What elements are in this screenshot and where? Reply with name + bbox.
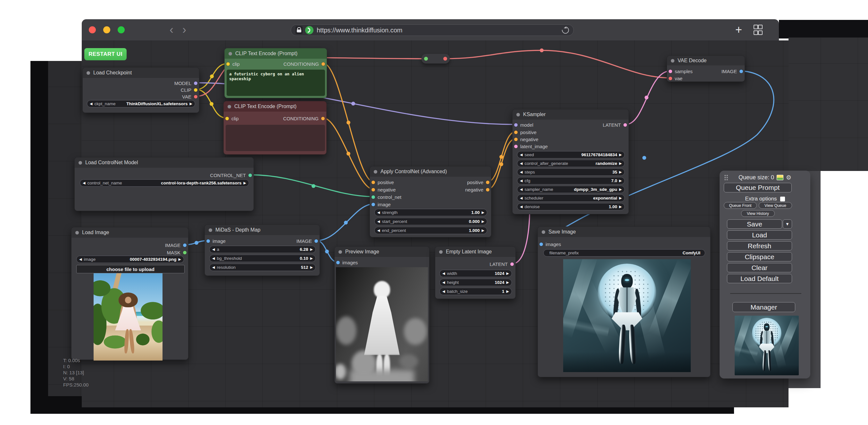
next-arrow-icon[interactable] <box>482 220 484 223</box>
output-slot-latent[interactable]: LATENT <box>603 121 627 128</box>
prev-arrow-icon[interactable] <box>377 211 380 214</box>
prev-arrow-icon[interactable] <box>442 272 445 275</box>
sampler-name-widget[interactable]: sampler_name dpmpp_3m_sde_gpu <box>517 186 625 193</box>
queue-front-button[interactable]: Queue Front <box>724 202 757 209</box>
node-load-controlnet-model[interactable]: Load ControlNet Model CONTROL_NET contro… <box>74 157 254 211</box>
node-load-checkpoint[interactable]: Load Checkpoint MODEL CLIP VAE ckpt_name… <box>82 67 199 113</box>
gear-icon[interactable]: ⚙ <box>786 174 792 180</box>
next-arrow-icon[interactable] <box>482 211 484 214</box>
prev-arrow-icon[interactable] <box>377 229 380 232</box>
next-arrow-icon[interactable] <box>619 153 622 157</box>
prev-arrow-icon[interactable] <box>79 258 82 261</box>
next-arrow-icon[interactable] <box>310 257 313 260</box>
output-slot-mask[interactable]: MASK <box>167 249 187 256</box>
reroute-input-dot[interactable] <box>424 57 428 61</box>
forward-icon[interactable]: › <box>182 24 186 36</box>
batch-size-widget[interactable]: batch_size 1 <box>439 288 512 295</box>
load-default-button[interactable]: Load Default <box>727 274 792 283</box>
next-arrow-icon[interactable] <box>619 179 622 182</box>
input-slot-latent-image[interactable]: latent_image <box>514 143 548 150</box>
prev-arrow-icon[interactable] <box>520 188 523 191</box>
output-slot-clip[interactable]: CLIP <box>181 86 197 93</box>
new-tab-icon[interactable]: + <box>735 24 742 36</box>
prev-arrow-icon[interactable] <box>442 290 445 293</box>
node-vae-decode[interactable]: VAE Decode samples vae IMAGE <box>667 56 745 82</box>
collapse-dot-icon[interactable] <box>87 71 90 75</box>
input-slot-vae[interactable]: vae <box>669 75 682 82</box>
input-slot-positive[interactable]: positive <box>514 129 536 136</box>
start-percent-widget[interactable]: start_percent 0.000 <box>374 218 487 225</box>
next-arrow-icon[interactable] <box>506 272 509 275</box>
load-button[interactable]: Load <box>727 230 792 239</box>
width-widget[interactable]: width 1024 <box>439 270 512 277</box>
minimize-window-icon[interactable] <box>103 26 110 33</box>
strength-widget[interactable]: strength 1.00 <box>374 209 487 216</box>
view-queue-button[interactable]: View Queue <box>759 202 792 209</box>
collapse-dot-icon[interactable] <box>516 113 520 116</box>
output-slot-control-net[interactable]: CONTROL_NET <box>210 172 252 179</box>
next-arrow-icon[interactable] <box>310 248 313 251</box>
control-after-generate-widget[interactable]: control_after_generate randomize <box>517 160 625 167</box>
collapse-dot-icon[interactable] <box>75 231 79 234</box>
end-percent-widget[interactable]: end_percent 1.000 <box>374 227 487 234</box>
refresh-button[interactable]: Refresh <box>727 241 792 251</box>
input-slot-clip[interactable]: clip <box>225 115 239 122</box>
collapse-dot-icon[interactable] <box>374 170 377 173</box>
prev-arrow-icon[interactable] <box>520 196 523 200</box>
reroute-node[interactable] <box>422 54 450 63</box>
clipspace-button[interactable]: Clipspace <box>727 252 792 261</box>
next-arrow-icon[interactable] <box>506 290 509 293</box>
input-slot-clip[interactable]: clip <box>226 60 240 67</box>
next-arrow-icon[interactable] <box>619 205 622 208</box>
next-arrow-icon[interactable] <box>619 196 622 200</box>
save-button[interactable]: Save <box>727 219 782 229</box>
manager-button[interactable]: Manager <box>733 302 795 312</box>
output-slot-image[interactable]: IMAGE <box>165 242 187 249</box>
prev-arrow-icon[interactable] <box>377 220 380 223</box>
next-arrow-icon[interactable] <box>619 162 622 165</box>
next-arrow-icon[interactable] <box>619 188 622 191</box>
prev-arrow-icon[interactable] <box>520 170 523 174</box>
input-slot-images[interactable]: images <box>539 240 561 248</box>
output-slot-model[interactable]: MODEL <box>174 80 197 87</box>
collapse-dot-icon[interactable] <box>439 250 443 254</box>
prev-arrow-icon[interactable] <box>90 102 92 106</box>
output-slot-latent[interactable]: LATENT <box>490 260 514 267</box>
back-icon[interactable]: ‹ <box>169 24 174 36</box>
node-apply-controlnet[interactable]: Apply ControlNet (Advanced) positive neg… <box>370 166 491 237</box>
next-arrow-icon[interactable] <box>179 258 181 261</box>
restart-ui-button[interactable]: RESTART UI <box>84 48 127 60</box>
prev-arrow-icon[interactable] <box>212 257 215 260</box>
output-slot-positive[interactable]: positive <box>467 179 490 186</box>
input-slot-images[interactable]: images <box>336 259 358 266</box>
input-slot-image[interactable]: image <box>207 237 226 245</box>
collapse-dot-icon[interactable] <box>227 105 231 108</box>
scheduler-widget[interactable]: scheduler exponential <box>517 194 625 202</box>
node-clip-text-encode-negative[interactable]: CLIP Text Encode (Prompt) clip CONDITION… <box>223 101 327 154</box>
collapse-dot-icon[interactable] <box>339 250 342 254</box>
input-slot-negative[interactable]: negative <box>514 136 538 143</box>
input-slot-samples[interactable]: samples <box>669 68 693 75</box>
next-arrow-icon[interactable] <box>310 265 313 269</box>
collapse-dot-icon[interactable] <box>79 161 82 165</box>
extra-options-checkbox[interactable] <box>780 197 785 201</box>
tab-overview-icon[interactable] <box>753 25 761 35</box>
node-canvas-right[interactable] <box>788 37 868 171</box>
next-arrow-icon[interactable] <box>244 181 246 185</box>
node-midas-depth-map[interactable]: MiDaS - Depth Map image IMAGE a 6.28 bg_… <box>205 225 320 276</box>
resolution-widget[interactable]: resolution 512 <box>209 264 316 271</box>
node-empty-latent-image[interactable]: Empty Latent Image LATENT width 1024 hei… <box>435 246 516 299</box>
node-ksampler[interactable]: KSampler model positive negative latent_… <box>512 109 629 214</box>
prev-arrow-icon[interactable] <box>520 205 523 208</box>
clear-button[interactable]: Clear <box>727 263 792 272</box>
input-slot-model[interactable]: model <box>514 121 533 128</box>
collapse-dot-icon[interactable] <box>671 59 674 62</box>
choose-file-button[interactable]: choose file to upload <box>76 265 185 273</box>
collapse-dot-icon[interactable] <box>209 228 212 232</box>
output-slot-conditioning[interactable]: CONDITIONING <box>283 115 325 122</box>
control-net-name-widget[interactable]: control_net_name control-lora-depth-rank… <box>80 179 249 187</box>
view-history-button[interactable]: View History <box>741 210 775 217</box>
next-arrow-icon[interactable] <box>190 102 192 106</box>
prev-arrow-icon[interactable] <box>520 162 523 165</box>
a-widget[interactable]: a 6.28 <box>209 246 316 253</box>
